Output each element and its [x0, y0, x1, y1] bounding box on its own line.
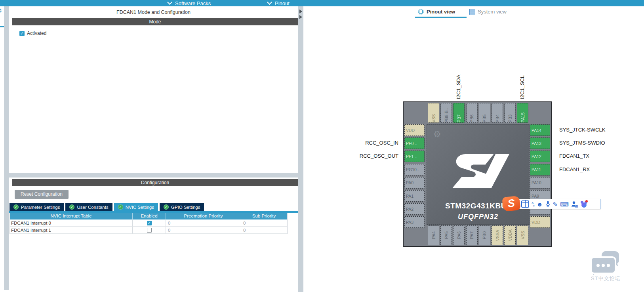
pin-pa7[interactable]: PA7 [466, 225, 478, 245]
pin-vdd[interactable]: VDD [530, 216, 550, 228]
pin-label: PA5 [444, 231, 449, 239]
gear-icon[interactable]: ⚙ [0, 7, 2, 14]
config-tab-parameter-settings[interactable]: ✓Parameter Settings [10, 203, 64, 211]
check-badge-icon: ✓ [69, 204, 74, 210]
column-header-enabled[interactable]: Enabled [133, 213, 166, 219]
collapse-arrow-icon[interactable] [299, 15, 302, 19]
chinese-mode-icon[interactable] [521, 200, 529, 208]
pin-pa15[interactable]: PA15 [517, 103, 528, 123]
tab-pinout-view[interactable]: Pinout view [418, 9, 455, 15]
config-tab-label: User Constants [77, 205, 108, 210]
account-icon[interactable]: 53 [571, 201, 578, 208]
pin-pa10[interactable]: PA10 [530, 177, 550, 189]
pin-pa0[interactable]: PA0 [404, 177, 425, 189]
pin-pa5[interactable]: PA5 [440, 225, 452, 245]
pin-label: VDD [405, 128, 415, 133]
panel-splitter[interactable] [298, 6, 303, 292]
nvic-interrupt-table: NVIC Interrupt TableEnabledPreemption Pr… [10, 213, 288, 234]
pin-pb0[interactable]: PB0 [479, 225, 490, 245]
pin-pa1[interactable]: PA1 [404, 190, 425, 202]
sub-priority-cell[interactable]: 0 [241, 227, 287, 234]
app-window: Software Packs Pinout ⚙ FDCAN1 Mode and … [0, 0, 644, 292]
handwriting-icon[interactable]: ✎ [553, 201, 558, 207]
enabled-checkbox[interactable] [147, 228, 152, 233]
config-tab-gpio-settings[interactable]: ✓GPIO Settings [160, 203, 204, 211]
pin-pb8-b[interactable]: PB8-B.. [440, 103, 452, 123]
pin-label: PG10.. [405, 167, 419, 172]
pin-pf0[interactable]: PF0-.. [404, 137, 425, 149]
toolbox-icon[interactable] [590, 201, 596, 207]
chevron-down-icon [267, 0, 272, 5]
voice-icon[interactable] [545, 201, 551, 207]
pin-vdd[interactable]: VDD [404, 124, 425, 136]
st-logo [444, 149, 512, 195]
pin-label: VSSA [495, 230, 500, 241]
pin-pg10[interactable]: PG10.. [404, 164, 425, 176]
collapse-arrow-icon[interactable] [299, 10, 302, 13]
pin-label: PA15 [520, 113, 525, 122]
pin-pa3[interactable]: PA3 [404, 216, 425, 228]
pin-vss[interactable]: VSS [517, 225, 528, 245]
pin-pa12[interactable]: PA12 [530, 151, 550, 162]
column-header-sub-priority[interactable]: Sub Priority [241, 213, 287, 219]
reset-configuration-button[interactable]: Reset Configuration [15, 190, 69, 199]
pin-pa14[interactable]: PA14 [530, 124, 550, 136]
skin-icon[interactable] [581, 201, 587, 208]
sub-priority-cell[interactable]: 0 [241, 219, 287, 227]
sidebar-accent-line [0, 26, 4, 27]
pin-pa4[interactable]: PA4 [428, 225, 439, 245]
pin-pa11[interactable]: PA11 [530, 164, 550, 176]
column-header-nvic-interrupt-table[interactable]: NVIC Interrupt Table [10, 213, 133, 219]
activated-checkbox[interactable]: ✓ [19, 31, 25, 36]
punctuation-icon[interactable]: °, [532, 201, 534, 207]
config-tab-label: GPIO Settings [171, 205, 200, 210]
menu-software-packs[interactable]: Software Packs [168, 0, 211, 6]
interrupt-name-cell: FDCAN1 interrupt 1 [10, 227, 133, 234]
check-badge-icon: ✓ [118, 204, 123, 210]
pin-label: PA3 [405, 220, 413, 225]
chevron-down-icon [167, 0, 172, 5]
watermark-text: ST中文论坛 [591, 274, 621, 282]
table-row: FDCAN1 interrupt 100 [10, 227, 287, 234]
pin-vss[interactable]: VSS [428, 103, 439, 123]
pin-label: PA1 [405, 194, 413, 198]
active-tab-underline [415, 17, 467, 18]
tab-system-view-label: System view [478, 9, 507, 15]
configuration-tabs: ✓Parameter Settings✓User Constants✓NVIC … [10, 203, 204, 211]
pin-pb4[interactable]: PB4 [492, 103, 503, 123]
menu-pinout[interactable]: Pinout [268, 0, 290, 6]
config-tab-user-constants[interactable]: ✓User Constants [65, 203, 112, 211]
pin-label: VDD [530, 220, 540, 225]
ime-logo[interactable]: S [502, 196, 521, 212]
pin-pa2[interactable]: PA2 [404, 203, 425, 215]
signal-label-i2c1-sda: I2C1_SDA [455, 66, 462, 99]
pin-vssa[interactable]: VSSA [492, 225, 503, 245]
emoji-icon[interactable]: ☻ [537, 201, 543, 207]
keyboard-icon[interactable]: ⌨ [560, 201, 569, 207]
tab-pinout-view-label: Pinout view [427, 9, 455, 15]
tab-system-view[interactable]: System view [469, 9, 507, 15]
pin-pf1[interactable]: PF1-.. [404, 151, 425, 162]
pin-pb6[interactable]: PB6 [466, 103, 478, 123]
pin-pb7[interactable]: PB7 [453, 103, 465, 123]
column-header-preemption-priority[interactable]: Preemption Priority [166, 213, 241, 219]
preemption-priority-cell[interactable]: 0 [166, 219, 241, 227]
pin-label: PA6 [457, 231, 461, 239]
vertical-scrollbar[interactable] [4, 6, 9, 290]
pin-pa13[interactable]: PA13 [530, 137, 550, 149]
pin-vdda[interactable]: VDDA [504, 225, 516, 245]
preemption-priority-cell[interactable]: 0 [166, 227, 241, 234]
config-tab-label: NVIC Settings [126, 205, 154, 210]
notification-dot [585, 200, 588, 202]
pinout-diagram: ⚙ STM32G431KBUx UFQFPN32 VSSPB8-B..PB7PB… [329, 59, 644, 258]
section-splitter[interactable] [9, 173, 298, 177]
panel-title: FDCAN1 Mode and Configuration [9, 10, 298, 15]
pin-pb5[interactable]: PB5 [479, 103, 490, 123]
menu-pinout-label: Pinout [275, 0, 290, 6]
pin-pa6[interactable]: PA6 [453, 225, 465, 245]
ime-toolbar: °, ☻ ✎ ⌨ 53 [516, 199, 601, 209]
left-edge-sidebar: ⚙ [0, 6, 4, 292]
config-tab-nvic-settings[interactable]: ✓NVIC Settings [114, 203, 158, 211]
pin-pb3[interactable]: PB3 [504, 103, 516, 123]
enabled-checkbox[interactable]: ✓ [147, 221, 152, 225]
